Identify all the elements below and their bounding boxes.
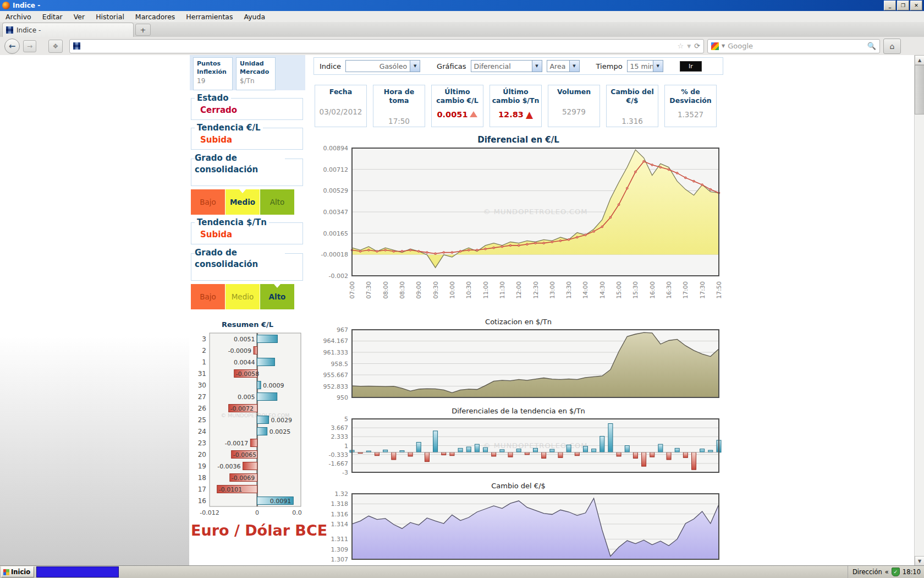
estilo-select-arrow[interactable]: ▼	[569, 61, 579, 72]
svg-text:23: 23	[198, 439, 206, 447]
graficas-select-arrow[interactable]: ▼	[532, 61, 542, 72]
search-magnifier-icon[interactable]: 🔍	[867, 42, 876, 50]
cotizacion-chart-title: Cotizacion en $/Tn	[314, 318, 723, 326]
grado-2-alto-button[interactable]: Alto	[260, 284, 295, 309]
scroll-up-button[interactable]: ▲	[915, 55, 924, 65]
menu-bar: Archivo Editar Ver Historial Marcadores …	[0, 11, 924, 23]
svg-text:5: 5	[344, 416, 348, 423]
puntos-inflexion-value: 19	[197, 77, 230, 85]
grado-1-bajo-button[interactable]: Bajo	[191, 189, 226, 215]
svg-text:-0.0065: -0.0065	[233, 451, 256, 459]
direccion-label[interactable]: Dirección	[853, 568, 882, 576]
tendencia-usd-label: Tendencia $/Tn	[195, 217, 269, 227]
navigation-bar: ← → ❖ ☆ ▼ ⟳ ▼ Google 🔍 ⌂	[0, 37, 924, 56]
reload-icon[interactable]: ⟳	[694, 42, 700, 50]
minimize-button[interactable]: _	[884, 1, 896, 10]
estado-value: Cerrado	[200, 105, 298, 115]
puntos-inflexion-label: Puntos Inflexión	[197, 60, 230, 77]
svg-text:0.0091: 0.0091	[270, 498, 292, 505]
svg-text:-0.333: -0.333	[329, 451, 348, 458]
euro-dolar-bce-link[interactable]: Euro / Dólar BCE	[191, 522, 305, 539]
restore-button[interactable]: ❐	[897, 1, 909, 10]
page-tools-button[interactable]: ❖	[48, 40, 63, 53]
tiempo-label: Tiempo	[596, 62, 623, 70]
svg-text:0: 0	[255, 509, 259, 516]
grado-1-medio-button[interactable]: Medio	[226, 189, 260, 215]
bookmark-star-icon[interactable]: ☆	[678, 42, 684, 50]
scroll-down-button[interactable]: ▼	[915, 556, 924, 566]
svg-text:-0.0017: -0.0017	[225, 440, 248, 447]
svg-text:-3: -3	[342, 469, 348, 475]
svg-text:16: 16	[198, 497, 206, 505]
graficas-label: Gráficas	[437, 62, 466, 70]
menu-marcadores[interactable]: Marcadores	[130, 11, 181, 22]
svg-text:26: 26	[198, 405, 206, 412]
tendencia-eur-value: Subida	[200, 135, 298, 145]
windows-logo-icon	[3, 569, 9, 575]
vertical-scrollbar[interactable]: ▲ ▼	[914, 55, 924, 566]
close-button[interactable]: ✕	[910, 1, 922, 10]
tiempo-select-arrow[interactable]: ▼	[653, 61, 663, 72]
svg-text:24: 24	[198, 428, 206, 435]
svg-text:-0.0009: -0.0009	[228, 347, 251, 355]
grado-2-bajo-button[interactable]: Bajo	[191, 284, 226, 309]
svg-text:11:00: 11:00	[482, 281, 490, 299]
home-button[interactable]: ⌂	[883, 39, 901, 54]
tab-indice[interactable]: Indice -	[2, 23, 134, 37]
tab-label: Indice -	[16, 26, 41, 34]
start-button[interactable]: Inicio	[1, 566, 34, 577]
menu-archivo[interactable]: Archivo	[0, 11, 37, 22]
svg-text:3: 3	[202, 335, 206, 343]
menu-historial[interactable]: Historial	[90, 11, 130, 22]
search-engine-arrow[interactable]: ▼	[722, 43, 725, 48]
svg-text:17: 17	[198, 486, 206, 493]
back-button[interactable]: ←	[4, 39, 20, 54]
ir-button[interactable]: Ir	[680, 61, 702, 72]
svg-text:10:00: 10:00	[449, 281, 456, 299]
indice-select-arrow[interactable]: ▼	[410, 61, 420, 72]
svg-text:07:00: 07:00	[349, 281, 356, 299]
tiempo-select[interactable]: 15 min. ▼	[627, 60, 663, 72]
svg-text:© MUNDOPETROLEO.COM: © MUNDOPETROLEO.COM	[483, 208, 588, 216]
svg-text:27: 27	[198, 393, 206, 401]
forward-button[interactable]: →	[23, 40, 36, 52]
svg-text:15:00: 15:00	[615, 281, 623, 299]
estilo-select[interactable]: Area ▼	[547, 60, 580, 72]
tray-chevron[interactable]: «	[885, 568, 889, 576]
dropdown-arrow-icon[interactable]: ▼	[687, 43, 691, 49]
svg-text:-0.00018: -0.00018	[321, 251, 348, 258]
menu-ver[interactable]: Ver	[68, 11, 90, 22]
svg-text:967: 967	[337, 327, 348, 334]
svg-text:12:30: 12:30	[532, 281, 540, 299]
svg-text:13:30: 13:30	[565, 281, 573, 299]
cambio-chart-title: Cambio del €/$	[314, 482, 723, 490]
svg-text:0.0025: 0.0025	[270, 428, 291, 435]
svg-text:08:00: 08:00	[382, 281, 389, 299]
browser-window: Indice - _ ❐ ✕ Archivo Editar Ver Histor…	[0, 0, 924, 578]
unidad-mercado-label: Unidad Mercado	[240, 60, 273, 77]
title-bar: Indice - _ ❐ ✕	[0, 0, 924, 11]
svg-text:16:00: 16:00	[649, 281, 656, 299]
grado-1-alto-button[interactable]: Alto	[260, 189, 295, 215]
taskbar-window-button[interactable]	[36, 566, 119, 577]
address-bar[interactable]: ☆ ▼ ⟳	[69, 39, 704, 53]
svg-text:952.833: 952.833	[323, 383, 349, 390]
svg-text:-1.667: -1.667	[329, 460, 348, 467]
graficas-select[interactable]: Diferencial ▼	[471, 60, 542, 72]
search-input[interactable]: Google	[728, 42, 753, 50]
menu-ayuda[interactable]: Ayuda	[239, 11, 271, 22]
svg-text:30: 30	[198, 381, 206, 389]
main-content: Indice Gasóleo ▼ Gráficas Diferencial ▼ …	[314, 57, 723, 566]
menu-editar[interactable]: Editar	[37, 11, 68, 22]
search-bar[interactable]: ▼ Google 🔍	[707, 39, 880, 53]
menu-herramientas[interactable]: Herramientas	[180, 11, 238, 22]
grado-2-medio-button[interactable]: Medio	[226, 284, 260, 309]
svg-text:0.011: 0.011	[292, 509, 302, 516]
indice-select[interactable]: Gasóleo ▼	[345, 60, 420, 72]
svg-text:14:30: 14:30	[599, 281, 606, 299]
scrollbar-thumb[interactable]	[915, 65, 924, 114]
security-shield-icon[interactable]: ✓	[892, 568, 900, 576]
svg-text:0.0009: 0.0009	[263, 382, 284, 389]
new-tab-button[interactable]: +	[135, 24, 151, 36]
stats-row: Fecha 03/02/2012 Hora de toma 17:50 Últi…	[314, 85, 723, 127]
